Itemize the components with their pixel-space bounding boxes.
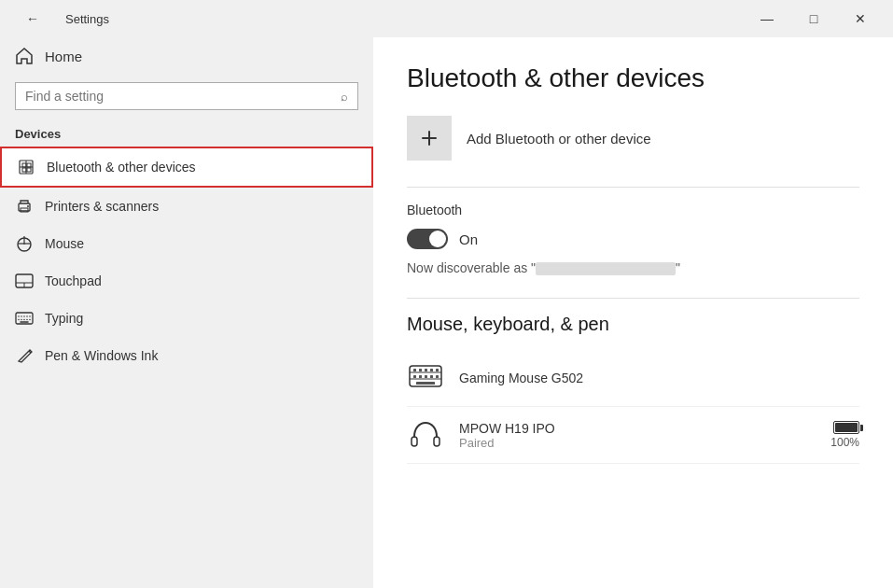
- sidebar-item-printers[interactable]: Printers & scanners: [0, 188, 373, 225]
- svg-rect-46: [412, 437, 417, 446]
- device-item-mouse[interactable]: Gaming Mouse G502: [407, 350, 859, 407]
- gaming-mouse-info: Gaming Mouse G502: [459, 371, 859, 385]
- svg-rect-44: [436, 375, 439, 378]
- svg-rect-45: [416, 382, 435, 385]
- bluetooth-nav-label: Bluetooth & other devices: [47, 160, 196, 175]
- pen-icon: [15, 346, 34, 365]
- bluetooth-toggle[interactable]: [407, 229, 448, 249]
- bluetooth-section-label: Bluetooth: [407, 203, 859, 217]
- touchpad-icon: [15, 272, 34, 290]
- svg-rect-36: [419, 369, 422, 371]
- page-title: Bluetooth & other devices: [407, 63, 859, 93]
- battery-percent: 100%: [830, 436, 859, 449]
- battery-icon: [833, 421, 859, 434]
- main-layout: Home ⌕ Devices Bluetooth & oth: [0, 37, 893, 588]
- sidebar-item-pen[interactable]: Pen & Windows Ink: [0, 337, 373, 374]
- svg-rect-4: [27, 168, 31, 172]
- printer-icon: [15, 197, 34, 216]
- mpow-info: MPOW H19 IPO Paired: [459, 421, 816, 450]
- mpow-status: Paired: [459, 436, 816, 450]
- close-button[interactable]: ✕: [839, 4, 882, 34]
- device-name-redacted: [536, 262, 676, 275]
- sidebar-item-bluetooth[interactable]: Bluetooth & other devices: [0, 147, 373, 188]
- svg-rect-1: [22, 163, 26, 167]
- device-item-headphone[interactable]: MPOW H19 IPO Paired 100%: [407, 407, 859, 464]
- minimize-button[interactable]: —: [746, 4, 788, 34]
- battery-fill: [835, 423, 858, 432]
- headphone-device-icon: [407, 416, 444, 454]
- title-bar-left: ← Settings: [11, 4, 109, 34]
- mouse-icon: [15, 234, 34, 253]
- mouse-section-title: Mouse, keyboard, & pen: [407, 314, 859, 335]
- back-button[interactable]: ←: [11, 4, 54, 34]
- sidebar-item-home[interactable]: Home: [0, 37, 373, 75]
- divider-1: [407, 187, 859, 188]
- mouse-nav-label: Mouse: [45, 236, 84, 251]
- mpow-battery: 100%: [830, 421, 859, 449]
- toggle-state-label: On: [459, 231, 478, 247]
- pen-nav-label: Pen & Windows Ink: [45, 348, 158, 363]
- svg-rect-38: [430, 369, 433, 371]
- bluetooth-toggle-row: On: [407, 229, 859, 249]
- svg-rect-37: [425, 369, 427, 371]
- svg-rect-47: [434, 437, 440, 446]
- svg-point-9: [27, 205, 29, 207]
- add-device-button[interactable]: Add Bluetooth or other device: [407, 116, 859, 161]
- search-input[interactable]: [25, 89, 341, 104]
- mpow-name: MPOW H19 IPO: [459, 421, 816, 436]
- touchpad-nav-label: Touchpad: [45, 273, 102, 288]
- discoverable-prefix: Now discoverable as ": [407, 260, 536, 275]
- search-icon: ⌕: [341, 90, 348, 104]
- svg-rect-40: [413, 375, 416, 378]
- svg-rect-39: [436, 369, 439, 371]
- add-icon: [407, 116, 452, 161]
- bluetooth-icon: [17, 158, 35, 176]
- svg-rect-42: [425, 375, 427, 378]
- home-label: Home: [45, 49, 82, 64]
- sidebar-item-touchpad[interactable]: Touchpad: [0, 262, 373, 300]
- svg-rect-41: [419, 375, 422, 378]
- svg-rect-43: [430, 375, 433, 378]
- discoverable-text: Now discoverable as "": [407, 260, 859, 275]
- sidebar-item-mouse[interactable]: Mouse: [0, 225, 373, 262]
- section-label-devices: Devices: [0, 118, 373, 147]
- maximize-button[interactable]: □: [792, 4, 835, 34]
- discoverable-suffix: ": [676, 260, 680, 275]
- search-box[interactable]: ⌕: [15, 82, 358, 110]
- keyboard-icon: [15, 309, 34, 328]
- home-icon: [15, 47, 34, 65]
- svg-rect-2: [27, 163, 31, 167]
- printers-nav-label: Printers & scanners: [45, 199, 159, 214]
- battery-bar: [833, 421, 859, 434]
- divider-2: [407, 298, 859, 299]
- sidebar-item-typing[interactable]: Typing: [0, 300, 373, 337]
- sidebar: Home ⌕ Devices Bluetooth & oth: [0, 37, 373, 588]
- typing-nav-label: Typing: [45, 311, 83, 326]
- window-controls: — □ ✕: [746, 4, 882, 34]
- gaming-mouse-name: Gaming Mouse G502: [459, 371, 859, 385]
- app-title: Settings: [65, 12, 109, 26]
- svg-rect-3: [22, 168, 26, 172]
- svg-rect-35: [413, 369, 416, 371]
- title-bar: ← Settings — □ ✕: [0, 0, 893, 37]
- content-area: Bluetooth & other devices Add Bluetooth …: [373, 37, 893, 588]
- add-device-label: Add Bluetooth or other device: [467, 131, 651, 147]
- keyboard-device-icon: [407, 359, 444, 397]
- toggle-knob: [429, 231, 446, 247]
